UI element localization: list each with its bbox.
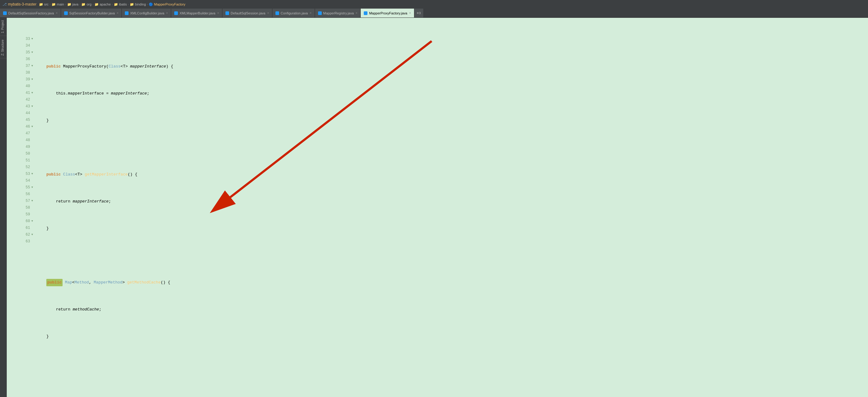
code-line-41: public Map<Method, MapperMethod> getMeth… (36, 279, 868, 286)
code-line-39: } (36, 225, 868, 232)
tab-icon (64, 11, 68, 15)
editor-area: 33▼ 34 35▼ 36 37▼ 38 39▼ 40 41▼ 42 43▼ 4… (13, 36, 868, 397)
tab-xmlconfigbuilder[interactable]: XMLConfigBuilder.java × (122, 8, 171, 18)
tab-icon (125, 11, 128, 15)
tab-mapperproxyfactory[interactable]: MapperProxyFactory.java × (361, 8, 414, 18)
code-line-37: public Class<T> getMapperInterface() { (36, 171, 868, 178)
close-icon[interactable]: × (56, 11, 58, 15)
close-icon[interactable]: × (217, 11, 219, 15)
side-panel-project[interactable]: 1: Project (0, 18, 7, 36)
code-line-45 (36, 387, 868, 394)
tab-icon (364, 11, 367, 15)
tab-configuration[interactable]: Configuration.java × (272, 8, 315, 18)
branch-name: mybatis-3-master (8, 2, 36, 6)
tab-defaultsqlsessionfactory[interactable]: DefaultSqlSessionFactory.java × (0, 8, 61, 18)
code-line-35: } (36, 117, 868, 124)
tab-icon (174, 11, 178, 15)
close-icon[interactable]: × (310, 11, 312, 15)
tab-xmlmapperbuilder[interactable]: XMLMapperBuilder.java × (171, 8, 222, 18)
line-number-gutter: 33▼ 34 35▼ 36 37▼ 38 39▼ 40 41▼ 42 43▼ 4… (13, 36, 36, 397)
tab-mapperregistry[interactable]: MapperRegistry.java × (315, 8, 361, 18)
title-bar: ⎇ mybatis-3-master 📁 src › 📁 main › 📁 ja… (0, 0, 868, 8)
tab-defaultsqlsession[interactable]: DefaultSqlSession.java × (222, 8, 272, 18)
code-line-34: this.mapperInterface = mapperInterface; (36, 90, 868, 97)
code-line-43: } (36, 333, 868, 340)
code-line-40 (36, 252, 868, 259)
code-content: public MapperProxyFactory(Class<T> mappe… (36, 36, 868, 397)
side-panels: 1: Project Z: Structure (0, 18, 7, 397)
side-panel-structure[interactable]: Z: Structure (0, 37, 7, 58)
close-icon[interactable]: × (166, 11, 168, 15)
tab-sqlsessionfactorybuilder[interactable]: SqlSessionFactoryBuilder.java × (61, 8, 122, 18)
tab-icon (275, 11, 279, 15)
tab-icon (318, 11, 322, 15)
branch-icon: ⎇ (2, 2, 7, 6)
close-icon[interactable]: × (117, 11, 118, 15)
code-line-33: public MapperProxyFactory(Class<T> mappe… (36, 63, 868, 70)
code-line-36 (36, 144, 868, 151)
code-line-42: return methodCache; (36, 306, 868, 313)
tab-icon (225, 11, 229, 15)
code-line-38: return mapperInterface; (36, 198, 868, 205)
tab-icon (3, 11, 7, 15)
close-icon[interactable]: × (267, 11, 269, 15)
close-icon[interactable]: × (409, 11, 411, 15)
tab-bar: DefaultSqlSessionFactory.java × SqlSessi… (0, 8, 868, 18)
close-icon[interactable]: × (356, 11, 358, 15)
breadcrumb: 📁 src › 📁 main › 📁 java › 📁 org › 📁 apac… (39, 2, 186, 6)
code-line-44 (36, 360, 868, 367)
tab-overflow[interactable]: ≡3 (414, 8, 423, 18)
